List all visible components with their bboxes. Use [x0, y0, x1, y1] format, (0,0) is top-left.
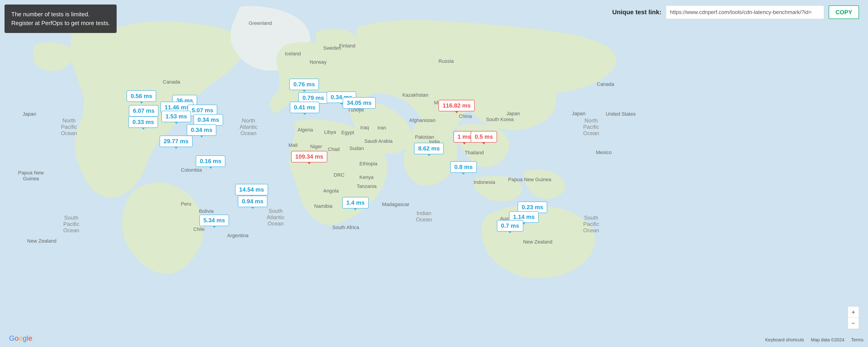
- latency-bubble-high[interactable]: 116.82 ms: [438, 100, 475, 112]
- latency-bubble[interactable]: 34.05 ms: [343, 97, 376, 109]
- latency-bubble[interactable]: 0.56 ms: [127, 90, 156, 102]
- latency-bubble[interactable]: 29.77 ms: [160, 135, 193, 147]
- latency-bubble[interactable]: 5.34 ms: [199, 215, 229, 226]
- latency-bubble[interactable]: 0.33 ms: [128, 116, 158, 128]
- latency-bubble[interactable]: 0.34 ms: [193, 114, 223, 126]
- latency-bubble[interactable]: 1.53 ms: [161, 111, 191, 122]
- warning-line1: The number of tests is limited.: [11, 10, 110, 19]
- unique-link-label: Unique test link:: [612, 8, 662, 16]
- terms[interactable]: Terms: [851, 337, 864, 343]
- latency-bubble[interactable]: 14.54 ms: [235, 184, 268, 195]
- latency-bubble-high[interactable]: 109.34 ms: [291, 151, 327, 162]
- top-bar: Unique test link: COPY: [612, 5, 859, 19]
- latency-bubble[interactable]: 0.7 ms: [497, 220, 523, 231]
- map-data: Map data ©2024: [811, 337, 844, 343]
- keyboard-shortcuts[interactable]: Keyboard shortcuts: [765, 337, 804, 343]
- map-container: The number of tests is limited. Register…: [0, 0, 868, 347]
- zoom-controls: + −: [848, 306, 859, 329]
- unique-link-input[interactable]: [666, 5, 824, 19]
- latency-bubble[interactable]: 0.41 ms: [290, 102, 319, 113]
- copy-button[interactable]: COPY: [829, 5, 859, 19]
- latency-bubble[interactable]: 0.8 ms: [450, 161, 477, 173]
- warning-line2: Register at PerfOps to get more tests.: [11, 19, 110, 28]
- zoom-out-button[interactable]: −: [848, 318, 859, 329]
- latency-bubble[interactable]: 0.16 ms: [196, 155, 225, 167]
- google-logo: Google: [9, 334, 32, 343]
- latency-bubble-high[interactable]: 0.5 ms: [471, 131, 497, 143]
- zoom-in-button[interactable]: +: [848, 306, 859, 318]
- latency-bubble[interactable]: 0.34 ms: [187, 124, 216, 136]
- latency-bubble[interactable]: 0.76 ms: [289, 78, 319, 90]
- latency-bubble[interactable]: 1.4 ms: [342, 197, 369, 209]
- map-footer: Keyboard shortcuts Map data ©2024 Terms: [765, 337, 864, 343]
- latency-bubble[interactable]: 6.07 ms: [129, 105, 158, 117]
- latency-bubble[interactable]: 8.62 ms: [414, 143, 444, 154]
- world-map: [0, 0, 868, 347]
- warning-box: The number of tests is limited. Register…: [4, 4, 117, 33]
- latency-bubble[interactable]: 0.94 ms: [238, 196, 268, 207]
